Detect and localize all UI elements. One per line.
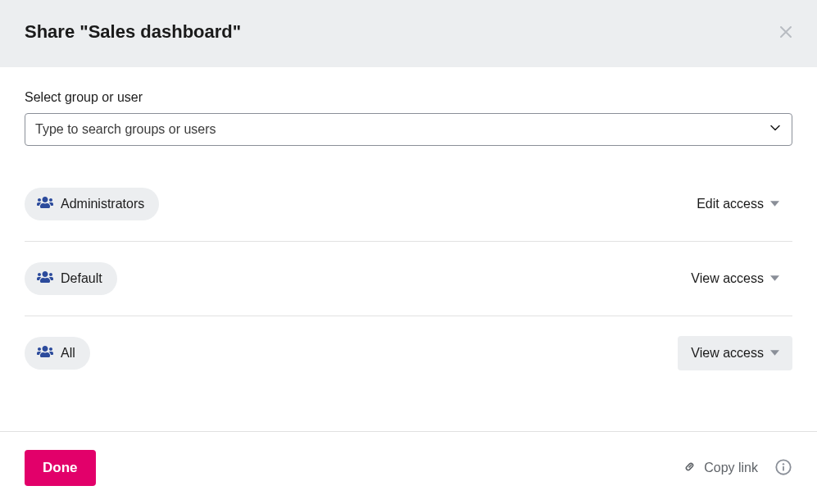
users-icon	[36, 345, 54, 361]
users-icon	[36, 270, 54, 287]
access-select[interactable]: View access	[678, 336, 792, 370]
footer-actions: Copy link	[682, 458, 792, 479]
done-button[interactable]: Done	[25, 450, 96, 486]
search-input[interactable]	[25, 113, 792, 146]
group-pill[interactable]: All	[25, 337, 90, 370]
share-list: Administrators Edit access Default	[25, 167, 792, 390]
caret-down-icon	[770, 346, 779, 361]
dialog-header: Share "Sales dashboard"	[0, 0, 817, 67]
svg-point-1	[783, 463, 784, 465]
access-select[interactable]: View access	[678, 261, 792, 296]
access-select[interactable]: Edit access	[683, 187, 792, 221]
access-label: View access	[691, 271, 764, 286]
search-label: Select group or user	[25, 90, 792, 105]
close-button[interactable]	[779, 22, 792, 42]
share-row: All View access	[25, 316, 792, 390]
svg-rect-2	[783, 465, 784, 470]
copy-link-button[interactable]: Copy link	[682, 459, 758, 478]
users-icon	[36, 196, 54, 212]
dialog-body: Select group or user Administrators Edit…	[0, 67, 817, 431]
group-name: Administrators	[61, 197, 144, 211]
group-name: Default	[61, 271, 102, 286]
group-pill[interactable]: Administrators	[25, 188, 159, 220]
search-combobox[interactable]	[25, 113, 792, 146]
caret-down-icon	[770, 271, 779, 286]
dialog-title: Share "Sales dashboard"	[25, 21, 241, 43]
share-row: Administrators Edit access	[25, 167, 792, 242]
link-icon	[682, 459, 697, 478]
dialog-footer: Done Copy link	[0, 431, 817, 504]
access-label: Edit access	[697, 197, 764, 211]
share-dialog: Share "Sales dashboard" Select group or …	[0, 0, 817, 504]
copy-link-label: Copy link	[704, 461, 758, 475]
access-label: View access	[691, 346, 764, 361]
share-row: Default View access	[25, 242, 792, 316]
caret-down-icon	[770, 197, 779, 211]
info-icon	[774, 458, 792, 479]
group-pill[interactable]: Default	[25, 262, 117, 295]
close-icon	[779, 20, 792, 43]
info-button[interactable]	[774, 458, 792, 479]
group-name: All	[61, 346, 75, 361]
